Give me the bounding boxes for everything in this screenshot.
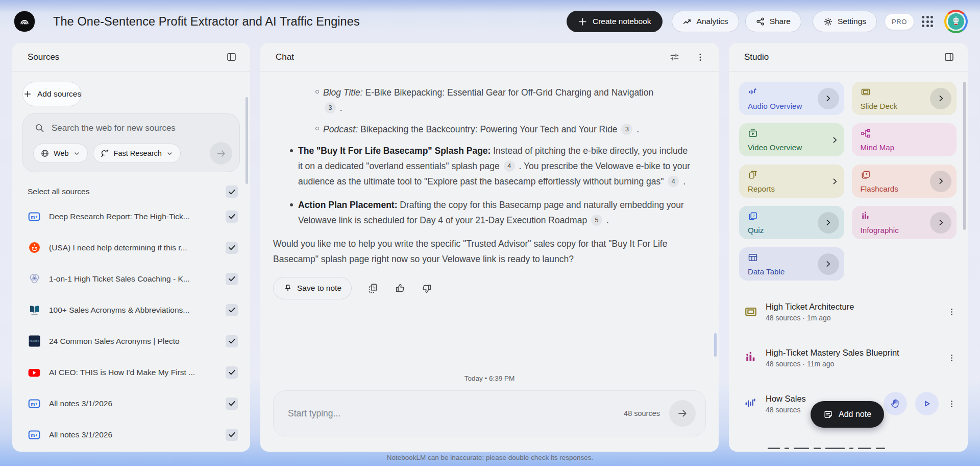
chevron-right-icon[interactable] [930, 171, 951, 192]
search-input[interactable] [52, 123, 220, 133]
source-row[interactable]: AI CEO: THIS is How I'd Make My First ..… [12, 357, 250, 388]
source-title: All notes 3/1/2026 [49, 430, 217, 439]
studio-item[interactable]: High Ticket Architecture 48 sources · 1m… [729, 297, 968, 327]
google-apps-icon[interactable] [922, 16, 933, 27]
chevron-right-icon[interactable] [818, 253, 839, 275]
more-vertical-icon[interactable] [947, 353, 957, 363]
research-mode-dropdown[interactable]: Fast Research [93, 144, 181, 163]
source-row[interactable]: m+ All notes 3/1/2026 [12, 419, 250, 450]
add-note-button[interactable]: Add note [811, 401, 884, 428]
expand-panel-icon[interactable] [944, 52, 954, 62]
studio-item-meta: 48 sources · 1m ago [766, 314, 939, 322]
notebook-title[interactable]: The One-Sentence Profit Extractor and AI… [53, 15, 360, 29]
citation-chip[interactable]: 5 [591, 215, 602, 226]
source-checkbox[interactable] [226, 211, 238, 223]
analytics-icon [682, 17, 692, 27]
share-button[interactable]: Share [745, 11, 801, 32]
save-to-note-button[interactable]: Save to note [273, 277, 352, 299]
pro-badge: PRO [885, 14, 914, 30]
youtube-icon [28, 366, 41, 379]
chevron-right-icon[interactable] [818, 212, 839, 234]
source-row[interactable]: m+ Deep Research Report: The High-Tick..… [12, 201, 250, 232]
chat-input-bar: 48 sources [273, 390, 706, 436]
source-row[interactable]: 100+ Sales Acronyms & Abbreviations... [12, 294, 250, 325]
chat-panel-title: Chat [276, 52, 669, 62]
reports-icon [748, 170, 840, 180]
waving-hand-icon [890, 398, 901, 409]
studio-tile-video-overview[interactable]: Video Overview [739, 123, 844, 156]
source-checkbox[interactable] [226, 242, 238, 254]
source-row[interactable]: m+ All notes 3/1/2026 [12, 388, 250, 419]
chat-scrollbar[interactable] [714, 333, 717, 357]
citation-chip[interactable]: 3 [325, 102, 336, 113]
studio-tile-slide-deck[interactable]: Slide Deck [852, 82, 957, 115]
chevron-right-icon[interactable] [830, 135, 839, 144]
citation-chip[interactable]: 4 [504, 160, 515, 172]
studio-tile-audio-overview[interactable]: Audio Overview [739, 82, 844, 115]
studio-panel: Studio Audio Overview Slide Deck Video O… [729, 43, 968, 452]
source-checkbox[interactable] [226, 335, 238, 347]
venn-circles-icon [28, 272, 41, 286]
notebooklm-note-icon: m+ [28, 428, 41, 441]
more-vertical-icon[interactable] [947, 307, 957, 317]
studio-tile-mind-map[interactable]: Mind Map [852, 123, 957, 156]
source-title: (USA) I need help determining if this r.… [49, 243, 217, 252]
avatar[interactable] [944, 10, 968, 33]
studio-scrollbar[interactable] [963, 82, 966, 230]
tune-icon[interactable] [669, 52, 680, 62]
web-filter-dropdown[interactable]: Web [33, 144, 88, 163]
sources-panel-title: Sources [28, 52, 226, 62]
studio-tile-data-table[interactable]: Data Table [739, 247, 844, 281]
send-button[interactable] [669, 400, 696, 427]
copy-icon[interactable] [367, 283, 379, 294]
source-row[interactable]: (USA) I need help determining if this r.… [12, 232, 250, 263]
studio-tile-quiz[interactable]: ? Quiz [739, 206, 844, 239]
notebooklm-logo-icon[interactable] [14, 11, 35, 32]
thumbs-down-icon[interactable] [421, 283, 433, 294]
play-button[interactable] [915, 392, 939, 415]
more-vertical-icon[interactable] [947, 399, 957, 409]
interactive-mode-button[interactable] [884, 392, 907, 415]
globe-icon [40, 149, 50, 158]
chevron-down-icon [166, 150, 174, 157]
thumbs-up-icon[interactable] [394, 283, 406, 294]
studio-tile-infographic[interactable]: Infographic [852, 206, 957, 239]
citation-chip[interactable]: 4 [668, 176, 679, 187]
tile-label: Video Overview [748, 143, 840, 152]
reddit-icon [28, 241, 41, 254]
chevron-right-icon[interactable] [830, 177, 839, 185]
source-checkbox[interactable] [226, 429, 238, 441]
chevron-right-icon[interactable] [818, 88, 839, 109]
chevron-right-icon[interactable] [930, 88, 951, 109]
sources-count: 48 sources [624, 409, 660, 417]
source-row[interactable]: PLECTO 24 Common Sales Acronyms | Plecto [12, 325, 250, 357]
studio-item[interactable]: High-Ticket Mastery Sales Blueprint 48 s… [729, 343, 968, 372]
share-icon [756, 17, 765, 26]
svg-text:m+: m+ [31, 432, 38, 437]
chat-input[interactable] [288, 408, 624, 419]
fast-research-icon [100, 149, 110, 158]
submit-search-button[interactable] [210, 142, 232, 165]
citation-chip[interactable]: 3 [621, 124, 632, 135]
source-row[interactable]: 1-on-1 High Ticket Sales Coaching - K... [12, 263, 250, 294]
chat-closing-paragraph: Would you like me to help you write the … [273, 236, 681, 267]
svg-text:m+: m+ [31, 214, 38, 219]
more-vertical-icon[interactable] [695, 52, 705, 62]
source-checkbox[interactable] [226, 304, 238, 316]
studio-tile-flashcards[interactable]: Flashcards [852, 165, 957, 198]
studio-tile-reports[interactable]: Reports [739, 165, 844, 198]
source-checkbox[interactable] [226, 273, 238, 285]
collapse-panel-icon[interactable] [226, 52, 237, 62]
source-checkbox[interactable] [226, 366, 238, 379]
book-icon [28, 304, 41, 317]
settings-button[interactable]: Settings [813, 11, 877, 32]
analytics-button[interactable]: Analytics [672, 11, 739, 32]
source-checkbox[interactable] [226, 398, 238, 410]
chevron-right-icon[interactable] [930, 212, 951, 234]
add-sources-button[interactable]: Add sources [22, 82, 82, 106]
sources-scrollbar[interactable] [246, 97, 248, 184]
source-title: All notes 3/1/2026 [49, 399, 217, 408]
select-all-checkbox[interactable] [226, 185, 238, 198]
video-overview-icon [748, 128, 840, 138]
create-notebook-button[interactable]: Create notebook [567, 11, 663, 32]
